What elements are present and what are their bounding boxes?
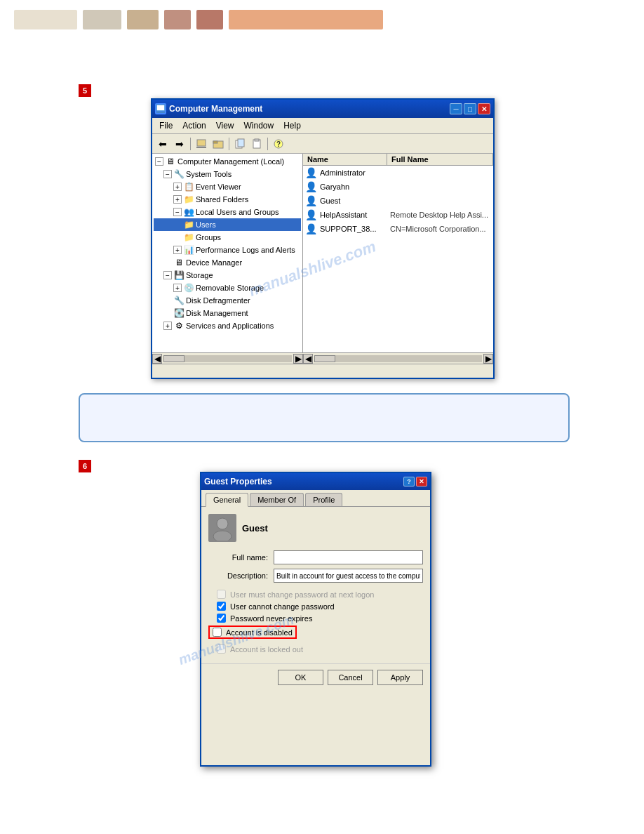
checkbox-locked-out-input[interactable]	[217, 644, 226, 654]
forward-button[interactable]: ➡	[172, 136, 187, 152]
bar-block-6	[229, 10, 383, 29]
tree-removable-storage[interactable]: + 💿 Removable Storage	[154, 282, 301, 294]
services-expand[interactable]: +	[163, 322, 172, 330]
list-item[interactable]: 👤 HelpAssistant Remote Desktop Help Assi…	[303, 208, 493, 222]
scroll-left[interactable]: ◀	[152, 354, 162, 364]
svg-rect-6	[213, 141, 217, 143]
tree-disk-defrag[interactable]: 🔧 Disk Defragmenter	[154, 294, 301, 307]
menu-help[interactable]: Help	[279, 119, 305, 132]
menu-action[interactable]: Action	[178, 119, 210, 132]
dialog-title: Guest Properties	[204, 477, 272, 486]
col-fullname-header[interactable]: Full Name	[387, 154, 493, 165]
device-manager-icon: 🖥	[173, 257, 185, 268]
tree-device-manager[interactable]: 🖥 Device Manager	[154, 256, 301, 269]
apply-button[interactable]: Apply	[377, 670, 423, 685]
perf-logs-icon: 📊	[183, 244, 194, 256]
scroll-thumb[interactable]	[163, 355, 185, 362]
scroll-right[interactable]: ▶	[293, 354, 303, 364]
storage-expand[interactable]: −	[163, 271, 172, 279]
close-button[interactable]: ✕	[478, 103, 490, 114]
tree-storage[interactable]: − 💾 Storage	[154, 269, 301, 282]
tree-local-users-groups[interactable]: − 👥 Local Users and Groups	[154, 206, 301, 218]
tree-root[interactable]: − 🖥 Computer Management (Local)	[154, 155, 301, 168]
services-icon: ⚙	[173, 320, 185, 331]
status-bar	[152, 364, 493, 378]
disk-management-icon: 💽	[173, 307, 185, 319]
tree-event-viewer[interactable]: + 📋 Event Viewer	[154, 180, 301, 193]
dialog-body: Guest Full name: Description: User must …	[201, 507, 430, 663]
svg-point-14	[213, 531, 232, 541]
bar-block-5	[196, 10, 223, 29]
tree-users[interactable]: 📁 Users	[154, 218, 301, 231]
tree-system-tools[interactable]: − 🔧 System Tools	[154, 168, 301, 180]
help-btn[interactable]: ?	[403, 477, 415, 486]
svg-rect-8	[238, 139, 244, 147]
menu-file[interactable]: File	[155, 119, 177, 132]
scroll-left-list[interactable]: ◀	[303, 354, 313, 364]
dialog-close-btn[interactable]: ✕	[416, 477, 427, 486]
folder-button[interactable]	[210, 136, 226, 152]
scroll-right-list[interactable]: ▶	[483, 354, 493, 364]
step-6-badge: 6	[79, 460, 91, 472]
tree-services-apps[interactable]: + ⚙ Services and Applications	[154, 319, 301, 332]
removable-storage-expand[interactable]: +	[173, 284, 182, 292]
description-input[interactable]	[274, 569, 423, 583]
system-tools-expand[interactable]: −	[163, 170, 172, 178]
tree-disk-management[interactable]: 💽 Disk Management	[154, 307, 301, 319]
shared-folders-expand[interactable]: +	[173, 195, 182, 204]
list-item[interactable]: 👤 SUPPORT_38... CN=Microsoft Corporation…	[303, 222, 493, 236]
col-name-header[interactable]: Name	[303, 154, 387, 165]
minimize-button[interactable]: ─	[450, 103, 462, 114]
top-bar	[0, 0, 644, 39]
fullname-label: Full name:	[208, 553, 268, 562]
svg-rect-3	[197, 140, 206, 146]
perf-logs-expand[interactable]: +	[173, 246, 182, 254]
tab-general[interactable]: General	[206, 493, 248, 507]
users-list: 👤 Administrator 👤 Garyahn 👤 Guest	[303, 166, 493, 236]
list-header: Name Full Name	[303, 154, 493, 166]
event-viewer-expand[interactable]: +	[173, 183, 182, 191]
list-item[interactable]: 👤 Garyahn	[303, 180, 493, 194]
user-icon-area: Guest	[208, 514, 423, 542]
paste-button[interactable]	[249, 136, 264, 152]
help-button[interactable]: ?	[271, 136, 286, 152]
scroll-track	[163, 355, 292, 362]
ok-button[interactable]: OK	[278, 670, 323, 685]
menu-view[interactable]: View	[212, 119, 239, 132]
back-button[interactable]: ⬅	[155, 136, 170, 152]
checkbox-account-disabled[interactable]: Account is disabled	[208, 626, 297, 639]
checkbox-cannot-change-input[interactable]	[217, 602, 226, 611]
maximize-button[interactable]: □	[464, 103, 476, 114]
checkbox-account-disabled-input[interactable]	[213, 628, 222, 637]
dialog-titlebar: Guest Properties ? ✕	[201, 473, 430, 490]
svg-rect-10	[255, 139, 259, 141]
tree-scrollbar[interactable]: ◀ ▶	[152, 352, 303, 364]
checkbox-never-expires-input[interactable]	[217, 614, 226, 623]
svg-rect-2	[156, 112, 165, 113]
checkbox-cannot-change[interactable]: User cannot change password	[208, 602, 423, 611]
menu-window[interactable]: Window	[240, 119, 279, 132]
window-controls[interactable]: ─ □ ✕	[450, 103, 490, 114]
tab-member-of[interactable]: Member Of	[250, 493, 304, 506]
user-avatar	[208, 514, 236, 542]
local-users-expand[interactable]: −	[173, 208, 182, 216]
checkbox-never-expires[interactable]: Password never expires	[208, 614, 423, 623]
cancel-button[interactable]: Cancel	[328, 670, 373, 685]
list-item[interactable]: 👤 Administrator	[303, 166, 493, 180]
list-scroll-thumb[interactable]	[314, 355, 335, 362]
checkbox-locked-out: Account is locked out	[208, 644, 423, 654]
fullname-input[interactable]	[274, 550, 423, 564]
root-expand[interactable]: −	[155, 157, 163, 166]
list-scrollbar[interactable]: ◀ ▶	[303, 352, 493, 364]
step-5-badge: 5	[79, 84, 91, 97]
copy-button[interactable]	[232, 136, 248, 152]
dialog-controls[interactable]: ? ✕	[403, 477, 427, 486]
tree-groups[interactable]: 📁 Groups	[154, 231, 301, 244]
up-button[interactable]	[194, 136, 209, 152]
tree-perf-logs[interactable]: + 📊 Performance Logs and Alerts	[154, 244, 301, 256]
checkbox-must-change-input[interactable]	[217, 590, 226, 599]
toolbar-sep-2	[229, 138, 229, 150]
tab-profile[interactable]: Profile	[305, 493, 342, 506]
tree-shared-folders[interactable]: + 📁 Shared Folders	[154, 193, 301, 206]
list-item[interactable]: 👤 Guest	[303, 194, 493, 208]
